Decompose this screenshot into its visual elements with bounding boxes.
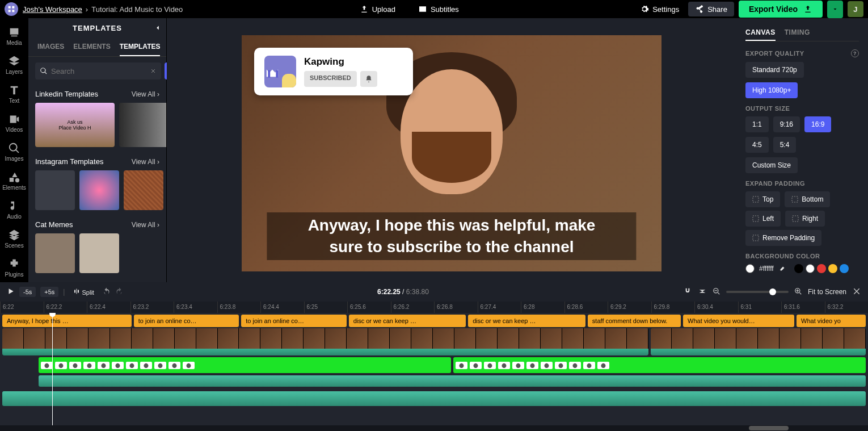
workspace-link[interactable]: Josh's Workspace bbox=[23, 5, 82, 14]
clear-icon[interactable] bbox=[150, 68, 157, 74]
timeline-scrollbar[interactable] bbox=[0, 425, 868, 431]
remove-padding[interactable]: Remove Padding bbox=[745, 230, 821, 246]
svg-rect-6 bbox=[753, 235, 759, 241]
subtitle-clip[interactable]: to join an online co… bbox=[134, 315, 239, 327]
template-thumb[interactable] bbox=[124, 170, 163, 210]
subtitle-clip[interactable]: Anyway, I hope this … bbox=[2, 315, 132, 327]
text-icon bbox=[8, 84, 20, 97]
user-avatar[interactable]: J bbox=[848, 1, 863, 17]
subtitle-clip[interactable]: to join an online co… bbox=[241, 315, 346, 327]
audio-wave[interactable] bbox=[39, 375, 866, 387]
custom-size-button[interactable]: Custom Size bbox=[745, 157, 798, 173]
subtitle-clip[interactable]: disc or we can keep … bbox=[468, 315, 585, 327]
canvas-area[interactable]: Kapwing SUBSCRIBED Anyway, I hope this w… bbox=[167, 18, 736, 282]
undo-button[interactable] bbox=[103, 287, 111, 297]
upload-button[interactable]: Upload bbox=[355, 2, 400, 16]
size-4-5[interactable]: 4:5 bbox=[745, 137, 769, 153]
rail-videos[interactable]: Videos bbox=[0, 108, 28, 137]
quality-high[interactable]: High 1080p+ bbox=[745, 82, 798, 98]
play-button[interactable] bbox=[7, 287, 15, 297]
template-thumb[interactable] bbox=[79, 170, 119, 210]
rail-media[interactable]: Media bbox=[0, 22, 28, 51]
forward-5s-button[interactable]: +5s bbox=[40, 287, 58, 297]
trim-toggle[interactable] bbox=[698, 287, 707, 298]
quality-standard[interactable]: Standard 720p bbox=[745, 62, 804, 78]
palette-swatch[interactable] bbox=[840, 264, 849, 273]
export-dropdown[interactable] bbox=[827, 1, 843, 18]
back-5s-button[interactable]: -5s bbox=[19, 287, 36, 297]
rail-layers[interactable]: Layers bbox=[0, 51, 28, 79]
video-preview[interactable]: Kapwing SUBSCRIBED Anyway, I hope this w… bbox=[242, 35, 661, 271]
timeline-tracks[interactable]: Anyway, I hope this …to join an online c… bbox=[0, 313, 868, 425]
snap-toggle[interactable] bbox=[683, 287, 692, 298]
search-input[interactable] bbox=[51, 67, 146, 76]
template-thumb[interactable] bbox=[79, 233, 119, 273]
redo-button[interactable] bbox=[115, 287, 123, 297]
video-track[interactable] bbox=[0, 328, 868, 355]
app-logo[interactable] bbox=[5, 2, 18, 16]
template-thumb[interactable] bbox=[35, 233, 75, 273]
rail-images[interactable]: Images bbox=[0, 137, 28, 166]
zoom-slider[interactable] bbox=[726, 291, 789, 293]
subtitle-track[interactable]: Anyway, I hope this …to join an online c… bbox=[0, 315, 868, 327]
search-box[interactable] bbox=[35, 62, 161, 79]
graphics-clip[interactable]: ⬤⬤⬤⬤⬤⬤⬤⬤⬤⬤⬤ bbox=[39, 357, 451, 373]
panel-tab-elements[interactable]: ELEMENTS bbox=[73, 38, 110, 56]
video-clip[interactable] bbox=[651, 328, 866, 355]
subtitle-clip[interactable]: disc or we can keep … bbox=[349, 315, 466, 327]
settings-button[interactable]: Settings bbox=[635, 2, 684, 16]
export-button[interactable]: Export Video bbox=[739, 1, 823, 18]
template-thumb[interactable]: Ask usPlace Video H bbox=[35, 103, 115, 147]
audio-wave[interactable] bbox=[2, 391, 866, 406]
zoom-out-button[interactable] bbox=[713, 287, 720, 297]
template-thumb[interactable] bbox=[119, 103, 166, 147]
rail-text[interactable]: Text bbox=[0, 79, 28, 108]
tab-canvas[interactable]: CANVAS bbox=[745, 25, 776, 41]
collapse-panel-button[interactable] bbox=[154, 24, 162, 34]
rail-plugins[interactable]: Plugins bbox=[0, 253, 28, 282]
fit-to-screen-button[interactable]: Fit to Screen bbox=[808, 288, 846, 296]
tab-timing[interactable]: TIMING bbox=[785, 25, 810, 41]
close-timeline-button[interactable] bbox=[852, 287, 861, 298]
audio-track-2[interactable] bbox=[0, 391, 868, 406]
split-button[interactable]: Split bbox=[69, 286, 98, 298]
graphics-clip[interactable]: ⬤⬤⬤⬤⬤⬤⬤⬤⬤⬤⬤ bbox=[453, 357, 866, 373]
palette-swatch[interactable] bbox=[817, 264, 826, 273]
template-thumb[interactable] bbox=[35, 170, 75, 210]
subtitle-clip[interactable]: What video you would… bbox=[683, 315, 794, 327]
share-button[interactable]: Share bbox=[688, 2, 734, 16]
subtitles-icon bbox=[418, 5, 427, 14]
size-9-16[interactable]: 9:16 bbox=[773, 116, 800, 132]
help-icon[interactable]: ? bbox=[851, 49, 859, 57]
playhead[interactable] bbox=[52, 313, 53, 425]
palette-swatch[interactable] bbox=[828, 264, 837, 273]
rail-audio[interactable]: Audio bbox=[0, 195, 28, 224]
size-5-4[interactable]: 5:4 bbox=[773, 137, 797, 153]
graphics-track[interactable]: ⬤⬤⬤⬤⬤⬤⬤⬤⬤⬤⬤ ⬤⬤⬤⬤⬤⬤⬤⬤⬤⬤⬤ bbox=[0, 357, 868, 373]
zoom-in-button[interactable] bbox=[794, 287, 802, 297]
palette-swatch[interactable] bbox=[794, 264, 803, 273]
scrollbar-thumb[interactable] bbox=[749, 426, 789, 430]
audio-track[interactable] bbox=[0, 375, 868, 387]
subtitle-clip[interactable]: staff comment down below. bbox=[588, 315, 681, 327]
pad-top[interactable]: Top bbox=[745, 191, 780, 207]
view-all-link[interactable]: View All › bbox=[132, 90, 159, 98]
panel-tab-templates[interactable]: TEMPLATES bbox=[120, 38, 161, 56]
palette-swatch[interactable] bbox=[806, 264, 815, 273]
eyedropper-icon[interactable] bbox=[778, 265, 786, 273]
pad-bottom[interactable]: Bottom bbox=[785, 191, 830, 207]
zoom-out-icon bbox=[713, 287, 720, 295]
pad-left[interactable]: Left bbox=[745, 211, 781, 227]
pad-right[interactable]: Right bbox=[785, 211, 825, 227]
subtitle-clip[interactable]: What video yo bbox=[797, 315, 866, 327]
panel-tab-images[interactable]: IMAGES bbox=[37, 38, 64, 56]
view-all-link[interactable]: View All › bbox=[132, 158, 159, 166]
video-clip[interactable] bbox=[2, 328, 648, 355]
rail-scenes[interactable]: Scenes bbox=[0, 224, 28, 253]
subtitles-button[interactable]: Subtitles bbox=[414, 2, 464, 16]
size-1-1[interactable]: 1:1 bbox=[745, 116, 769, 132]
timeline-ruler[interactable]: 6:226:22.26:22.46:23.26:23.46:23.86:24.4… bbox=[0, 302, 868, 313]
rail-elements[interactable]: Elements bbox=[0, 166, 28, 195]
size-16-9[interactable]: 16:9 bbox=[804, 116, 831, 132]
view-all-link[interactable]: View All › bbox=[132, 221, 159, 229]
